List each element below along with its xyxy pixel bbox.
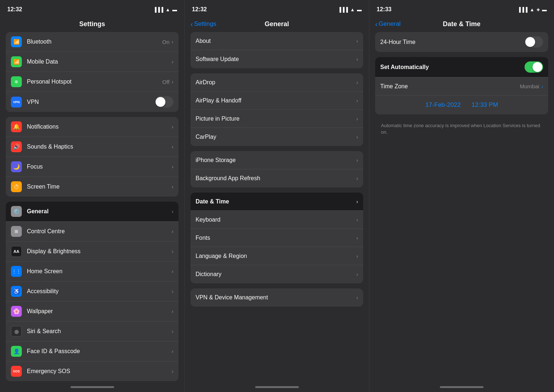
- datetime-list[interactable]: 24-Hour Time Set Automatically Time Zone…: [369, 32, 554, 382]
- chevron-keyboard: ›: [356, 217, 358, 223]
- hotspot-value: Off: [162, 79, 170, 85]
- nav-bar-3: ‹ General Date & Time: [369, 16, 554, 32]
- 24hour-toggle[interactable]: [525, 36, 543, 48]
- general-list[interactable]: About › Software Update › AirDrop › AirP…: [185, 32, 369, 382]
- item-storage[interactable]: iPhone Storage ›: [190, 151, 363, 169]
- chevron-display: ›: [172, 248, 173, 254]
- chevron-notif: ›: [172, 124, 173, 130]
- item-emergency[interactable]: SOS Emergency SOS ›: [6, 361, 178, 381]
- section-24hour: 24-Hour Time: [375, 32, 548, 52]
- vpn-icon: VPN: [11, 97, 22, 108]
- item-dictionary[interactable]: Dictionary ›: [190, 265, 363, 283]
- pip-label: Picture in Picture: [196, 116, 356, 122]
- datetime-label: Date & Time: [196, 198, 356, 205]
- airdrop-label: AirDrop: [196, 79, 356, 86]
- wallpaper-icon: 🌸: [11, 306, 22, 317]
- back-chevron-3: ‹: [375, 20, 378, 28]
- item-vpn[interactable]: VPN VPN: [6, 92, 178, 112]
- item-fonts[interactable]: Fonts ›: [190, 229, 363, 247]
- control-icon: ⊞: [11, 226, 22, 237]
- bgrefresh-label: Background App Refresh: [196, 175, 356, 182]
- section-notifications: 🔔 Notifications › 🔊 Sounds & Haptics › 🌙…: [6, 117, 178, 197]
- nav-back-3[interactable]: ‹ General: [375, 20, 401, 28]
- nav-title-1: Settings: [79, 20, 105, 28]
- wifi-icon: ▲: [165, 7, 170, 12]
- item-focus[interactable]: 🌙 Focus ›: [6, 157, 178, 177]
- item-keyboard[interactable]: Keyboard ›: [190, 211, 363, 229]
- airplay-label: AirPlay & Handoff: [196, 97, 356, 104]
- item-carplay[interactable]: CarPlay ›: [190, 128, 363, 146]
- chevron-siri: ›: [172, 328, 173, 334]
- chevron-accessibility: ›: [172, 288, 173, 294]
- chevron-hotspot: ›: [172, 79, 173, 85]
- nav-back-2[interactable]: ‹ Settings: [190, 20, 216, 28]
- item-softwareupdate[interactable]: Software Update ›: [190, 50, 363, 68]
- item-setauto[interactable]: Set Automatically: [375, 57, 548, 77]
- chevron-fonts: ›: [356, 235, 358, 241]
- date-value[interactable]: 17-Feb-2022: [425, 101, 461, 109]
- display-icon: AA: [11, 246, 22, 257]
- item-screentime[interactable]: ⏱ Screen Time ›: [6, 177, 178, 197]
- item-general[interactable]: ⚙️ General ›: [6, 202, 178, 222]
- vpn-toggle[interactable]: [155, 96, 173, 108]
- item-control[interactable]: ⊞ Control Centre ›: [6, 222, 178, 242]
- item-siri[interactable]: ◎ Siri & Search ›: [6, 322, 178, 342]
- item-airplay[interactable]: AirPlay & Handoff ›: [190, 92, 363, 110]
- chevron-faceid: ›: [172, 348, 173, 354]
- nav-bar-1: Settings: [0, 16, 184, 32]
- chevron-homescreen: ›: [172, 268, 173, 274]
- item-homescreen[interactable]: ⋮⋮ Home Screen ›: [6, 262, 178, 282]
- item-sounds[interactable]: 🔊 Sounds & Haptics ›: [6, 137, 178, 157]
- chevron-sounds: ›: [172, 144, 173, 150]
- item-vpnmgmt[interactable]: VPN & Device Management ›: [190, 288, 363, 307]
- bluetooth-label: Bluetooth: [27, 39, 162, 45]
- battery-icon-2: ▬: [357, 7, 362, 12]
- hotspot-icon: ⊕: [11, 76, 22, 87]
- chevron-about: ›: [356, 38, 358, 44]
- homescreen-label: Home Screen: [27, 268, 172, 275]
- nav-bar-2: ‹ Settings General: [185, 16, 369, 32]
- item-24hour[interactable]: 24-Hour Time: [375, 32, 548, 52]
- item-hotspot[interactable]: ⊕ Personal Hotspot Off ›: [6, 72, 178, 92]
- chevron-airplay: ›: [356, 98, 358, 104]
- vpnmgmt-label: VPN & Device Management: [196, 294, 356, 301]
- faceid-icon: 👤: [11, 346, 22, 357]
- settings-list-1[interactable]: 📶 Bluetooth On › 📶 Mobile Data › ⊕ Perso…: [0, 32, 184, 382]
- home-indicator-3: [369, 382, 554, 392]
- home-bar-3: [440, 386, 483, 388]
- item-bluetooth[interactable]: 📶 Bluetooth On ›: [6, 32, 178, 52]
- vpn-label: VPN: [27, 99, 155, 105]
- item-notifications[interactable]: 🔔 Notifications ›: [6, 117, 178, 137]
- item-faceid[interactable]: 👤 Face ID & Passcode ›: [6, 342, 178, 361]
- time-value[interactable]: 12:33 PM: [471, 101, 498, 109]
- status-bar-2: 12:32 ▐▐▐ ▲ ▬: [185, 0, 369, 16]
- chevron-bgrefresh: ›: [356, 175, 358, 181]
- chevron-focus: ›: [172, 164, 173, 170]
- item-wallpaper[interactable]: 🌸 Wallpaper ›: [6, 302, 178, 322]
- status-icons-3: ▐▐▐ ▲ ◈ ▬: [517, 7, 547, 12]
- item-display[interactable]: AA Display & Brightness ›: [6, 242, 178, 262]
- item-datetime[interactable]: Date & Time ›: [190, 193, 363, 211]
- chevron-mobile: ›: [172, 59, 173, 65]
- chevron-pip: ›: [356, 116, 358, 122]
- back-label-3: General: [379, 20, 401, 28]
- panel-settings: 12:32 ▐▐▐ ▲ ▬ Settings 📶 Bluetooth On › …: [0, 0, 185, 392]
- panel-datetime: 12:33 ▐▐▐ ▲ ◈ ▬ ‹ General Date & Time 24…: [369, 0, 554, 392]
- signal-icon-3: ▐▐▐: [517, 7, 527, 12]
- timezone-value: Mumbai: [520, 83, 539, 89]
- chevron-timezone: ›: [541, 84, 543, 89]
- item-mobile-data[interactable]: 📶 Mobile Data ›: [6, 52, 178, 72]
- item-pictureinpicture[interactable]: Picture in Picture ›: [190, 110, 363, 128]
- item-airdrop[interactable]: AirDrop ›: [190, 73, 363, 92]
- focus-icon: 🌙: [11, 161, 22, 172]
- item-accessibility[interactable]: ♿ Accessibility ›: [6, 282, 178, 302]
- item-timezone[interactable]: Time Zone Mumbai ›: [375, 77, 548, 96]
- chevron-general: ›: [172, 209, 173, 214]
- chevron-control: ›: [172, 229, 173, 234]
- setauto-toggle[interactable]: [525, 61, 543, 73]
- chevron-screentime: ›: [172, 184, 173, 190]
- item-bgrefresh[interactable]: Background App Refresh ›: [190, 169, 363, 187]
- chevron-datetime: ›: [356, 199, 358, 205]
- item-about[interactable]: About ›: [190, 32, 363, 50]
- item-language[interactable]: Language & Region ›: [190, 247, 363, 265]
